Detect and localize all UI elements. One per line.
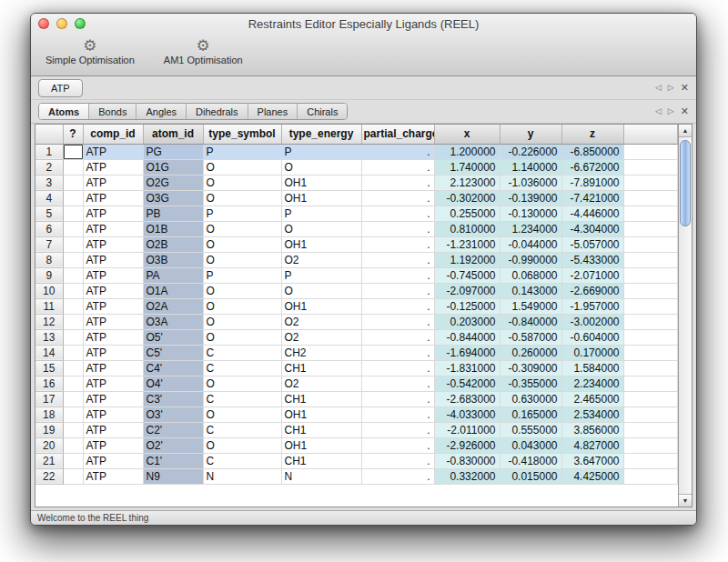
cell-z[interactable]: 3.856000 bbox=[561, 422, 623, 437]
cell-type-symbol[interactable]: P bbox=[203, 144, 281, 159]
cell-comp-id[interactable]: ATP bbox=[83, 175, 143, 190]
cell-filler[interactable] bbox=[623, 252, 678, 267]
row-number[interactable]: 16 bbox=[35, 376, 63, 391]
cell-filler[interactable] bbox=[623, 236, 678, 252]
cell-type-energy[interactable]: O2 bbox=[281, 376, 361, 391]
cell-type-energy[interactable]: O bbox=[281, 221, 361, 236]
cell-type-symbol[interactable]: O bbox=[203, 406, 281, 422]
row-number[interactable]: 18 bbox=[35, 406, 63, 422]
cell-atom-id[interactable]: C3' bbox=[143, 391, 203, 406]
cell-type-energy[interactable]: CH1 bbox=[281, 360, 361, 376]
close-window-button[interactable] bbox=[38, 18, 49, 29]
check-cell[interactable] bbox=[63, 422, 83, 437]
cell-atom-id[interactable]: PB bbox=[143, 206, 203, 221]
cell-x[interactable]: -0.844000 bbox=[434, 329, 500, 345]
cell-x[interactable]: 1.740000 bbox=[434, 159, 500, 175]
cell-comp-id[interactable]: ATP bbox=[83, 314, 143, 329]
cell-z[interactable]: 0.170000 bbox=[561, 345, 623, 360]
cell-filler[interactable] bbox=[623, 206, 678, 221]
cell-x[interactable]: -0.542000 bbox=[434, 376, 500, 391]
row-number[interactable]: 5 bbox=[35, 206, 63, 221]
cell-z[interactable]: -4.446000 bbox=[561, 206, 623, 221]
cell-type-energy[interactable]: OH1 bbox=[281, 298, 361, 314]
cell-z[interactable]: 4.425000 bbox=[561, 468, 623, 484]
cell-z[interactable]: -5.057000 bbox=[561, 236, 623, 252]
row-number[interactable]: 8 bbox=[35, 252, 63, 267]
cell-filler[interactable] bbox=[623, 376, 678, 391]
cell-type-energy[interactable]: CH2 bbox=[281, 345, 361, 360]
check-cell[interactable] bbox=[63, 298, 83, 314]
cell-atom-id[interactable]: O2A bbox=[143, 298, 203, 314]
cell-type-symbol[interactable]: O bbox=[203, 329, 281, 345]
cell-type-energy[interactable]: P bbox=[281, 267, 361, 283]
cell-type-energy[interactable]: P bbox=[281, 206, 361, 221]
cell-comp-id[interactable]: ATP bbox=[83, 221, 143, 236]
minimize-window-button[interactable] bbox=[56, 18, 67, 29]
cell-partial-charge[interactable]: . bbox=[361, 283, 434, 298]
cell-y[interactable]: 0.143000 bbox=[500, 283, 561, 298]
cell-type-symbol[interactable]: O bbox=[203, 437, 281, 453]
cell-z[interactable]: -2.669000 bbox=[561, 283, 623, 298]
cell-type-energy[interactable]: OH1 bbox=[281, 175, 361, 190]
cell-partial-charge[interactable]: . bbox=[361, 422, 434, 437]
cell-comp-id[interactable]: ATP bbox=[83, 391, 143, 406]
cell-comp-id[interactable]: ATP bbox=[83, 345, 143, 360]
cell-type-symbol[interactable]: C bbox=[203, 360, 281, 376]
row-number[interactable]: 7 bbox=[35, 236, 63, 252]
cell-comp-id[interactable]: ATP bbox=[83, 437, 143, 453]
row-number[interactable]: 9 bbox=[35, 267, 63, 283]
check-cell[interactable] bbox=[63, 283, 83, 298]
cell-filler[interactable] bbox=[623, 453, 678, 468]
cell-partial-charge[interactable]: . bbox=[361, 391, 434, 406]
scroll-right-icon[interactable] bbox=[668, 107, 674, 115]
cell-x[interactable]: -0.830000 bbox=[434, 453, 500, 468]
cell-x[interactable]: -2.097000 bbox=[434, 283, 500, 298]
cell-partial-charge[interactable]: . bbox=[361, 329, 434, 345]
cell-z[interactable]: -6.850000 bbox=[561, 144, 623, 159]
cell-type-symbol[interactable]: O bbox=[203, 314, 281, 329]
tab-angles[interactable]: Angles bbox=[136, 104, 186, 119]
cell-type-symbol[interactable]: O bbox=[203, 159, 281, 175]
cell-filler[interactable] bbox=[623, 221, 678, 236]
check-cell[interactable] bbox=[63, 314, 83, 329]
cell-y[interactable]: -0.226000 bbox=[500, 144, 561, 159]
row-number[interactable]: 13 bbox=[35, 329, 63, 345]
column-header-partial-charge[interactable]: partial_charge bbox=[361, 125, 434, 144]
cell-atom-id[interactable]: C4' bbox=[143, 360, 203, 376]
cell-z[interactable]: 2.234000 bbox=[561, 376, 623, 391]
cell-partial-charge[interactable]: . bbox=[361, 453, 434, 468]
cell-y[interactable]: -0.587000 bbox=[500, 329, 561, 345]
cell-type-symbol[interactable]: O bbox=[203, 175, 281, 190]
cell-z[interactable]: -2.071000 bbox=[561, 267, 623, 283]
close-icon[interactable] bbox=[681, 83, 689, 93]
cell-comp-id[interactable]: ATP bbox=[83, 190, 143, 206]
cell-type-symbol[interactable]: C bbox=[203, 422, 281, 437]
vertical-scrollbar[interactable] bbox=[678, 125, 692, 507]
cell-y[interactable]: 0.260000 bbox=[500, 345, 561, 360]
cell-comp-id[interactable]: ATP bbox=[83, 406, 143, 422]
cell-partial-charge[interactable]: . bbox=[361, 206, 434, 221]
cell-atom-id[interactable]: O2G bbox=[143, 175, 203, 190]
cell-type-energy[interactable]: OH1 bbox=[281, 406, 361, 422]
cell-atom-id[interactable]: PA bbox=[143, 267, 203, 283]
cell-atom-id[interactable]: C1' bbox=[143, 453, 203, 468]
cell-filler[interactable] bbox=[623, 437, 678, 453]
cell-comp-id[interactable]: ATP bbox=[83, 267, 143, 283]
row-number[interactable]: 11 bbox=[35, 298, 63, 314]
cell-x[interactable]: 0.255000 bbox=[434, 206, 500, 221]
cell-z[interactable]: 3.647000 bbox=[561, 453, 623, 468]
check-cell[interactable] bbox=[63, 468, 83, 484]
cell-partial-charge[interactable]: . bbox=[361, 144, 434, 159]
cell-atom-id[interactable]: O3G bbox=[143, 190, 203, 206]
check-cell[interactable] bbox=[63, 236, 83, 252]
cell-x[interactable]: -0.125000 bbox=[434, 298, 500, 314]
cell-z[interactable]: -7.421000 bbox=[561, 190, 623, 206]
cell-type-energy[interactable]: O2 bbox=[281, 252, 361, 267]
cell-z[interactable]: -1.957000 bbox=[561, 298, 623, 314]
check-cell[interactable] bbox=[63, 252, 83, 267]
cell-x[interactable]: -0.302000 bbox=[434, 190, 500, 206]
cell-type-energy[interactable]: O2 bbox=[281, 329, 361, 345]
cell-y[interactable]: -1.036000 bbox=[500, 175, 561, 190]
cell-filler[interactable] bbox=[623, 159, 678, 175]
cell-x[interactable]: 2.123000 bbox=[434, 175, 500, 190]
